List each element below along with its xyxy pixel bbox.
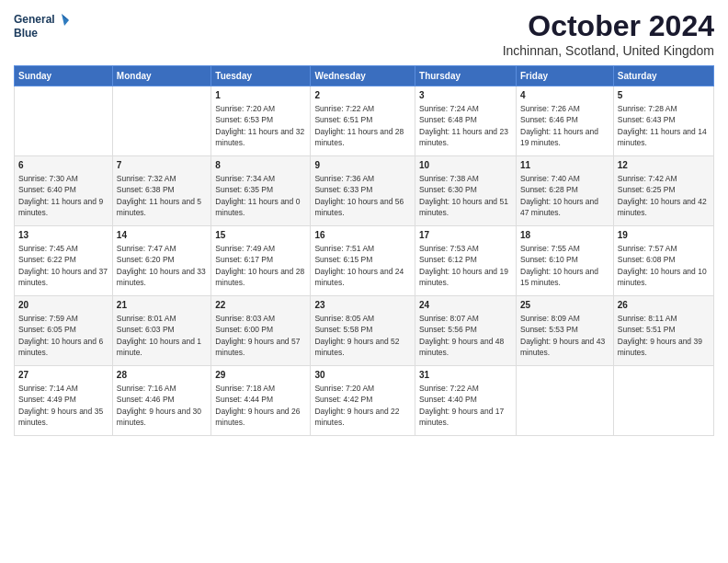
day-cell: 17 Sunrise: 7:53 AMSunset: 6:12 PMDaylig…	[415, 226, 517, 296]
day-cell: 29 Sunrise: 7:18 AMSunset: 4:44 PMDaylig…	[211, 366, 311, 436]
day-cell	[15, 86, 113, 156]
day-sunrise: Sunrise: 7:14 AMSunset: 4:49 PMDaylight:…	[18, 384, 103, 427]
day-cell: 19 Sunrise: 7:57 AMSunset: 6:08 PMDaylig…	[613, 226, 713, 296]
calendar-table: Sunday Monday Tuesday Wednesday Thursday…	[14, 65, 714, 436]
day-cell: 18 Sunrise: 7:55 AMSunset: 6:10 PMDaylig…	[517, 226, 614, 296]
day-cell: 3 Sunrise: 7:24 AMSunset: 6:48 PMDayligh…	[415, 86, 517, 156]
day-number: 19	[618, 229, 710, 241]
day-cell: 6 Sunrise: 7:30 AMSunset: 6:40 PMDayligh…	[15, 156, 113, 226]
day-cell: 30 Sunrise: 7:20 AMSunset: 4:42 PMDaylig…	[311, 366, 415, 436]
day-cell: 31 Sunrise: 7:22 AMSunset: 4:40 PMDaylig…	[415, 366, 517, 436]
day-number: 24	[419, 299, 512, 311]
col-thursday: Thursday	[415, 66, 517, 86]
svg-marker-2	[62, 14, 69, 26]
col-friday: Friday	[517, 66, 614, 86]
day-sunrise: Sunrise: 7:49 AMSunset: 6:17 PMDaylight:…	[215, 244, 304, 287]
day-cell: 24 Sunrise: 8:07 AMSunset: 5:56 PMDaylig…	[415, 296, 517, 366]
day-number: 9	[314, 159, 411, 171]
day-sunrise: Sunrise: 8:05 AMSunset: 5:58 PMDaylight:…	[314, 314, 399, 357]
logo-svg: General Blue	[14, 9, 69, 46]
day-number: 28	[117, 369, 207, 381]
day-sunrise: Sunrise: 7:30 AMSunset: 6:40 PMDaylight:…	[18, 174, 103, 217]
day-sunrise: Sunrise: 7:18 AMSunset: 4:44 PMDaylight:…	[215, 384, 300, 427]
week-row-4: 20 Sunrise: 7:59 AMSunset: 6:05 PMDaylig…	[15, 296, 714, 366]
day-cell: 4 Sunrise: 7:26 AMSunset: 6:46 PMDayligh…	[517, 86, 614, 156]
col-wednesday: Wednesday	[311, 66, 415, 86]
day-sunrise: Sunrise: 8:01 AMSunset: 6:03 PMDaylight:…	[117, 314, 201, 357]
week-row-5: 27 Sunrise: 7:14 AMSunset: 4:49 PMDaylig…	[15, 366, 714, 436]
day-sunrise: Sunrise: 7:16 AMSunset: 4:46 PMDaylight:…	[117, 384, 201, 427]
day-number: 10	[419, 159, 512, 171]
col-saturday: Saturday	[613, 66, 713, 86]
day-number: 18	[520, 229, 609, 241]
calendar-page: General Blue October 2024 Inchinnan, Sco…	[0, 0, 728, 563]
day-number: 16	[314, 229, 411, 241]
day-number: 31	[419, 369, 512, 381]
day-sunrise: Sunrise: 7:32 AMSunset: 6:38 PMDaylight:…	[117, 174, 201, 217]
day-cell: 7 Sunrise: 7:32 AMSunset: 6:38 PMDayligh…	[112, 156, 210, 226]
day-cell: 11 Sunrise: 7:40 AMSunset: 6:28 PMDaylig…	[517, 156, 614, 226]
day-cell: 26 Sunrise: 8:11 AMSunset: 5:51 PMDaylig…	[613, 296, 713, 366]
day-number: 8	[215, 159, 306, 171]
day-number: 21	[117, 299, 207, 311]
subtitle: Inchinnan, Scotland, United Kingdom	[503, 43, 714, 58]
logo: General Blue	[14, 9, 69, 46]
day-number: 13	[18, 229, 108, 241]
svg-text:Blue: Blue	[14, 27, 38, 40]
day-sunrise: Sunrise: 8:03 AMSunset: 6:00 PMDaylight:…	[215, 314, 300, 357]
day-cell	[613, 366, 713, 436]
header: General Blue October 2024 Inchinnan, Sco…	[14, 9, 714, 58]
day-number: 5	[618, 89, 710, 101]
day-sunrise: Sunrise: 7:20 AMSunset: 6:53 PMDaylight:…	[215, 104, 304, 147]
title-block: October 2024 Inchinnan, Scotland, United…	[503, 9, 714, 58]
day-sunrise: Sunrise: 7:59 AMSunset: 6:05 PMDaylight:…	[18, 314, 103, 357]
day-cell	[112, 86, 210, 156]
day-cell: 22 Sunrise: 8:03 AMSunset: 6:00 PMDaylig…	[211, 296, 311, 366]
week-row-3: 13 Sunrise: 7:45 AMSunset: 6:22 PMDaylig…	[15, 226, 714, 296]
main-title: October 2024	[503, 9, 714, 43]
day-cell: 14 Sunrise: 7:47 AMSunset: 6:20 PMDaylig…	[112, 226, 210, 296]
day-cell: 2 Sunrise: 7:22 AMSunset: 6:51 PMDayligh…	[311, 86, 415, 156]
day-sunrise: Sunrise: 7:22 AMSunset: 6:51 PMDaylight:…	[314, 104, 404, 147]
day-cell: 10 Sunrise: 7:38 AMSunset: 6:30 PMDaylig…	[415, 156, 517, 226]
day-number: 26	[618, 299, 710, 311]
day-cell: 13 Sunrise: 7:45 AMSunset: 6:22 PMDaylig…	[15, 226, 113, 296]
week-row-1: 1 Sunrise: 7:20 AMSunset: 6:53 PMDayligh…	[15, 86, 714, 156]
day-sunrise: Sunrise: 8:07 AMSunset: 5:56 PMDaylight:…	[419, 314, 504, 357]
day-cell: 28 Sunrise: 7:16 AMSunset: 4:46 PMDaylig…	[112, 366, 210, 436]
day-cell: 21 Sunrise: 8:01 AMSunset: 6:03 PMDaylig…	[112, 296, 210, 366]
day-cell: 9 Sunrise: 7:36 AMSunset: 6:33 PMDayligh…	[311, 156, 415, 226]
day-number: 17	[419, 229, 512, 241]
day-number: 29	[215, 369, 306, 381]
day-sunrise: Sunrise: 7:38 AMSunset: 6:30 PMDaylight:…	[419, 174, 508, 217]
calendar-body: 1 Sunrise: 7:20 AMSunset: 6:53 PMDayligh…	[15, 86, 714, 436]
day-sunrise: Sunrise: 7:40 AMSunset: 6:28 PMDaylight:…	[520, 174, 598, 217]
col-monday: Monday	[112, 66, 210, 86]
day-number: 15	[215, 229, 306, 241]
day-number: 30	[314, 369, 411, 381]
day-cell: 5 Sunrise: 7:28 AMSunset: 6:43 PMDayligh…	[613, 86, 713, 156]
day-cell: 20 Sunrise: 7:59 AMSunset: 6:05 PMDaylig…	[15, 296, 113, 366]
day-cell: 16 Sunrise: 7:51 AMSunset: 6:15 PMDaylig…	[311, 226, 415, 296]
day-sunrise: Sunrise: 7:28 AMSunset: 6:43 PMDaylight:…	[618, 104, 707, 147]
day-cell: 8 Sunrise: 7:34 AMSunset: 6:35 PMDayligh…	[211, 156, 311, 226]
day-sunrise: Sunrise: 7:36 AMSunset: 6:33 PMDaylight:…	[314, 174, 404, 217]
day-sunrise: Sunrise: 8:11 AMSunset: 5:51 PMDaylight:…	[618, 314, 702, 357]
day-sunrise: Sunrise: 7:24 AMSunset: 6:48 PMDaylight:…	[419, 104, 508, 147]
day-sunrise: Sunrise: 8:09 AMSunset: 5:53 PMDaylight:…	[520, 314, 605, 357]
day-number: 1	[215, 89, 306, 101]
day-sunrise: Sunrise: 7:51 AMSunset: 6:15 PMDaylight:…	[314, 244, 404, 287]
svg-text:General: General	[14, 13, 55, 26]
day-number: 25	[520, 299, 609, 311]
day-sunrise: Sunrise: 7:55 AMSunset: 6:10 PMDaylight:…	[520, 244, 598, 287]
day-number: 22	[215, 299, 306, 311]
col-tuesday: Tuesday	[211, 66, 311, 86]
day-number: 14	[117, 229, 207, 241]
day-number: 2	[314, 89, 411, 101]
day-number: 27	[18, 369, 108, 381]
day-number: 23	[314, 299, 411, 311]
day-number: 4	[520, 89, 609, 101]
week-row-2: 6 Sunrise: 7:30 AMSunset: 6:40 PMDayligh…	[15, 156, 714, 226]
day-sunrise: Sunrise: 7:45 AMSunset: 6:22 PMDaylight:…	[18, 244, 108, 287]
day-sunrise: Sunrise: 7:42 AMSunset: 6:25 PMDaylight:…	[618, 174, 707, 217]
